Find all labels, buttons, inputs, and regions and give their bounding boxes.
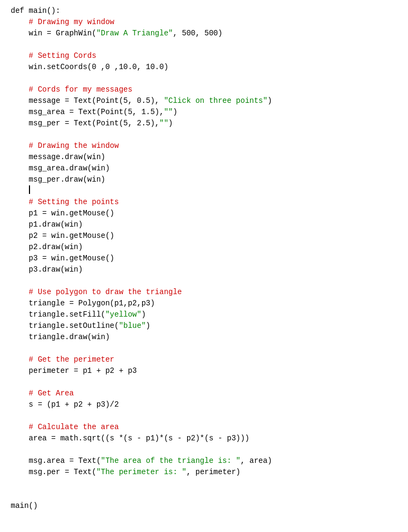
code-line: triangle = Polygon(p1,p2,p3) [0, 298, 408, 309]
code-line: p3.draw(win) [0, 264, 408, 275]
code-line: # Cords for my messages [0, 84, 408, 95]
code-line [0, 410, 408, 422]
code-line: area = math.sqrt((s *(s - p1)*(s - p2)*(… [0, 433, 408, 444]
code-line: p2.draw(win) [0, 242, 408, 253]
code-line: p2 = win.getMouse() [0, 230, 408, 242]
code-line: msg_per = Text(Point(5, 2.5),"") [0, 118, 408, 129]
code-line [0, 73, 408, 84]
code-line: msg.per = Text("The perimeter is: ", per… [0, 467, 408, 478]
code-line: msg_per.draw(win) [0, 174, 408, 185]
code-line: # Drawing the window [0, 140, 408, 152]
code-line: # Setting Cords [0, 50, 408, 62]
code-line [0, 444, 408, 455]
code-line [0, 185, 408, 197]
code-line: # Drawing my window [0, 17, 408, 28]
code-line: def main(): [0, 5, 408, 17]
code-line [0, 275, 408, 287]
code-line: perimeter = p1 + p2 + p3 [0, 365, 408, 377]
text-cursor [29, 185, 30, 194]
code-line: # Calculate the area [0, 422, 408, 433]
code-line: # Get Area [0, 388, 408, 399]
code-line [0, 129, 408, 140]
code-line: p3 = win.getMouse() [0, 253, 408, 264]
code-line: msg_area = Text(Point(5, 1.5),"") [0, 107, 408, 118]
code-line: main() [0, 500, 408, 512]
code-editor: def main(): # Drawing my window win = Gr… [0, 0, 408, 532]
code-line: msg_area.draw(win) [0, 163, 408, 174]
code-line: p1.draw(win) [0, 219, 408, 230]
code-line [0, 39, 408, 50]
code-line [0, 478, 408, 489]
code-line: p1 = win.getMouse() [0, 208, 408, 219]
code-line [0, 343, 408, 354]
code-line: message = Text(Point(5, 0.5), "Click on … [0, 95, 408, 107]
code-line: # Get the perimeter [0, 354, 408, 365]
code-line: # Setting the points [0, 197, 408, 208]
code-line: # Use polygon to draw the triangle [0, 287, 408, 298]
code-line: triangle.draw(win) [0, 332, 408, 343]
code-line: msg.area = Text("The area of the triangl… [0, 455, 408, 467]
code-line [0, 489, 408, 500]
code-line: win = GraphWin("Draw A Triangle", 500, 5… [0, 28, 408, 39]
code-line: triangle.setOutline("blue") [0, 320, 408, 332]
code-line: win.setCoords(0 ,0 ,10.0, 10.0) [0, 62, 408, 73]
code-line: triangle.setFill("yellow") [0, 309, 408, 320]
code-line: message.draw(win) [0, 152, 408, 163]
code-lines: def main(): # Drawing my window win = Gr… [0, 5, 408, 512]
code-line: s = (p1 + p2 + p3)/2 [0, 399, 408, 410]
code-line [0, 377, 408, 388]
